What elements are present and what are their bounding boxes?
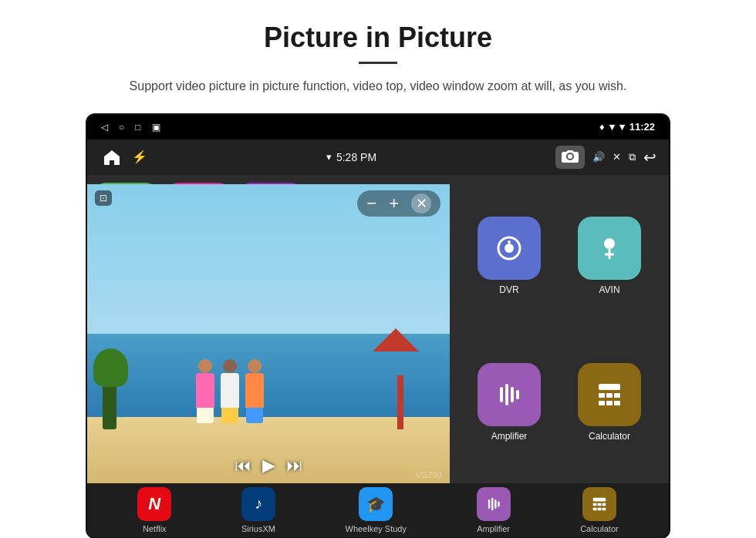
recents-square-icon[interactable]: □ <box>135 122 140 133</box>
location-icon: ♦ <box>599 121 605 133</box>
clock: 11:22 <box>629 121 655 133</box>
amplifier-dock-icon <box>477 487 511 521</box>
pip-close-button[interactable]: ✕ <box>411 193 431 214</box>
app-grid-row-2: Amplifier <box>459 363 660 442</box>
page-title: Picture in Picture <box>264 22 492 54</box>
pip-resize-bar: − + ✕ <box>357 190 440 217</box>
svg-rect-25 <box>593 507 597 510</box>
svg-rect-21 <box>593 497 606 501</box>
svg-rect-16 <box>614 401 620 405</box>
svg-rect-18 <box>491 497 493 510</box>
svg-rect-17 <box>488 499 489 509</box>
action-bar: ⚡ ▾ 5:28 PM 🔊 ✕ ⧉ ↩ <box>87 140 669 175</box>
action-bar-right: 🔊 ✕ ⧉ ↩ <box>555 146 656 169</box>
svg-rect-13 <box>614 393 620 398</box>
dvr-label: DVR <box>499 284 518 295</box>
back-btn-icon[interactable]: ↩ <box>643 148 656 166</box>
device-frame: ◁ ○ □ ▣ ♦ ▾ ▾ 11:22 ⚡ <box>86 113 670 538</box>
status-bar-right: ♦ ▾ ▾ 11:22 <box>599 121 655 133</box>
svg-rect-6 <box>500 387 503 402</box>
svg-rect-20 <box>498 501 499 506</box>
svg-point-1 <box>505 244 514 253</box>
status-bar: ◁ ○ □ ▣ ♦ ▾ ▾ 11:22 <box>87 115 669 140</box>
siriusxm-dock-item[interactable]: ♪ SiriusXM <box>241 487 275 533</box>
svg-rect-26 <box>598 507 602 510</box>
wheelkey-dock-item[interactable]: 🎓 Wheelkey Study <box>346 487 407 533</box>
calculator-dock-icon <box>582 487 616 521</box>
usb-icon: ⚡ <box>132 150 147 164</box>
svg-rect-15 <box>606 401 613 405</box>
amplifier-icon <box>478 363 541 426</box>
bottom-app-dock: N Netflix ♪ SiriusXM 🎓 Wheelkey Study <box>87 483 669 537</box>
app-grid-row-1: DVR AVIN <box>459 217 660 295</box>
svg-rect-19 <box>494 499 496 509</box>
amplifier-app[interactable]: Amplifier <box>478 363 541 442</box>
amplifier-label: Amplifier <box>491 431 528 442</box>
main-content: − + ✕ ⊡ ⏮ ▶ ⏭ <box>87 175 669 483</box>
pip-minimize-button[interactable]: − <box>366 195 376 212</box>
svg-rect-22 <box>593 503 597 506</box>
next-button[interactable]: ⏭ <box>286 456 303 476</box>
wheelkey-icon: 🎓 <box>359 487 393 521</box>
signal-icon: ▾ <box>619 121 625 133</box>
action-bar-left: ⚡ <box>100 145 147 170</box>
pip-expand-button[interactable]: + <box>389 195 399 212</box>
siriusxm-icon: ♪ <box>241 487 275 521</box>
svg-rect-12 <box>606 393 613 398</box>
close-x-icon[interactable]: ✕ <box>613 151 621 163</box>
prev-button[interactable]: ⏮ <box>235 456 251 476</box>
avin-app[interactable]: AVIN <box>578 217 641 295</box>
svg-rect-14 <box>599 401 605 405</box>
watermark: VGZ99 <box>415 470 442 479</box>
home-button[interactable] <box>100 145 124 170</box>
netflix-dock-item[interactable]: N Netflix <box>137 487 171 533</box>
svg-point-2 <box>508 240 511 244</box>
page-wrapper: Picture in Picture Support video picture… <box>0 0 756 538</box>
wifi-signal-icon: ▾ <box>326 151 332 163</box>
status-bar-left: ◁ ○ □ ▣ <box>101 122 160 133</box>
play-pause-button[interactable]: ▶ <box>262 456 275 476</box>
title-divider <box>359 62 397 64</box>
svg-rect-23 <box>598 503 602 506</box>
svg-rect-10 <box>599 384 620 390</box>
svg-rect-8 <box>511 387 514 402</box>
calculator-app[interactable]: Calculator <box>578 363 641 442</box>
home-circle-icon[interactable]: ○ <box>119 122 124 133</box>
pip-window-icon[interactable]: ⧉ <box>629 151 636 163</box>
cast-icon[interactable]: ▣ <box>152 122 160 133</box>
amplifier-dock-item[interactable]: Amplifier <box>477 487 511 533</box>
svg-rect-24 <box>602 503 606 506</box>
siriusxm-label: SiriusXM <box>241 524 275 533</box>
volume-icon[interactable]: 🔊 <box>592 151 605 163</box>
video-area: − + ✕ ⊡ ⏮ ▶ ⏭ <box>87 175 450 483</box>
playback-controls[interactable]: ⏮ ▶ ⏭ <box>235 456 303 476</box>
wifi-icon: ▾ <box>609 121 615 133</box>
video-background: − + ✕ ⊡ ⏮ ▶ ⏭ <box>87 184 450 483</box>
app-grid-area: DVR AVIN <box>450 175 669 483</box>
avin-label: AVIN <box>599 284 619 295</box>
action-bar-center: ▾ 5:28 PM <box>326 151 376 163</box>
calculator-dock-label: Calculator <box>580 524 619 533</box>
svg-rect-27 <box>602 507 606 510</box>
calculator-dock-item[interactable]: Calculator <box>580 487 619 533</box>
amplifier-dock-label: Amplifier <box>477 524 510 533</box>
netflix-icon: N <box>137 487 171 521</box>
svg-rect-11 <box>599 393 605 398</box>
back-arrow-icon[interactable]: ◁ <box>101 122 108 133</box>
svg-rect-9 <box>516 390 519 399</box>
avin-icon <box>578 217 641 280</box>
camera-button[interactable] <box>555 146 585 169</box>
calculator-label: Calculator <box>589 431 630 442</box>
calculator-icon <box>578 363 641 426</box>
dvr-app[interactable]: DVR <box>478 217 541 295</box>
dvr-icon <box>478 217 541 280</box>
page-subtitle: Support video picture in picture functio… <box>130 76 627 96</box>
wheelkey-label: Wheelkey Study <box>346 524 407 533</box>
action-time: 5:28 PM <box>336 151 376 163</box>
svg-point-3 <box>604 238 615 249</box>
netflix-label: Netflix <box>143 524 167 533</box>
record-indicator: ⊡ <box>95 190 112 206</box>
svg-rect-7 <box>505 384 508 405</box>
